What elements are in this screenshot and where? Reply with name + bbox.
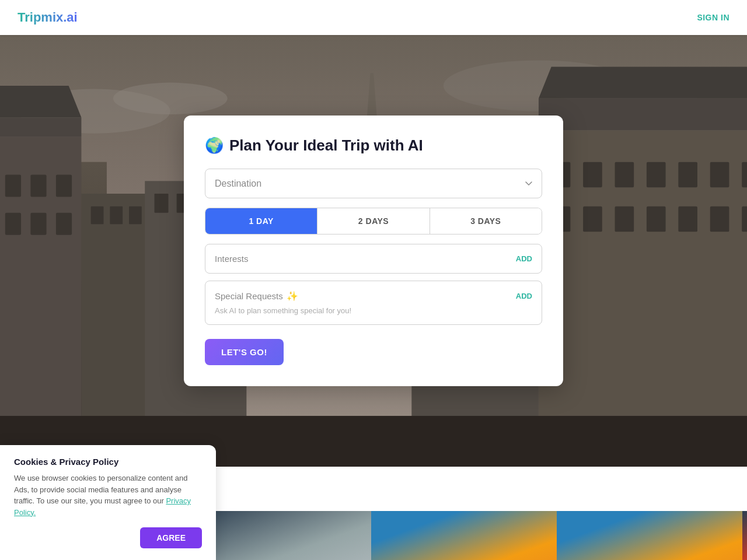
svg-rect-27	[678, 162, 697, 188]
card-seinfeld[interactable]: Seinfeld-inspir...	[742, 511, 747, 560]
svg-rect-17	[5, 213, 21, 235]
svg-rect-43	[129, 206, 142, 224]
modal-title-text: Plan Your Ideal Trip with AI	[229, 136, 423, 155]
svg-rect-35	[710, 206, 729, 232]
svg-rect-15	[56, 174, 72, 197]
destination-select[interactable]: Destination	[205, 169, 542, 198]
special-requests-header: Special Requests ✨ ADD	[215, 290, 532, 302]
svg-rect-33	[647, 206, 666, 232]
globe-emoji: 🌍	[205, 136, 224, 155]
card-inception[interactable]: Inception-inspired	[371, 511, 557, 560]
special-requests-label: Special Requests	[215, 291, 283, 301]
sign-in-button[interactable]: SIGN IN	[697, 13, 729, 22]
interests-label: Interests	[215, 254, 249, 264]
svg-marker-38	[539, 66, 747, 98]
svg-rect-34	[678, 206, 697, 232]
hero-section: 🌍 Plan Your Ideal Trip with AI Destinati…	[0, 35, 747, 467]
svg-rect-28	[710, 162, 729, 188]
interests-add-button[interactable]: ADD	[516, 254, 532, 263]
tab-3-days[interactable]: 3 DAYS	[430, 208, 542, 234]
cookie-banner: Cookies & Privacy Policy We use browser …	[0, 445, 216, 560]
svg-rect-25	[615, 162, 634, 188]
sparkle-icon: ✨	[287, 290, 298, 302]
svg-marker-21	[0, 86, 81, 117]
special-requests-add-button[interactable]: ADD	[516, 292, 532, 300]
svg-marker-37	[539, 99, 747, 130]
svg-rect-18	[30, 213, 46, 235]
svg-rect-41	[91, 206, 104, 224]
cookie-text-main: We use browser cookies to personalize co…	[14, 474, 187, 505]
svg-rect-24	[583, 162, 602, 188]
cookie-text: We use browser cookies to personalize co…	[14, 473, 202, 518]
svg-marker-20	[0, 117, 81, 136]
special-requests-subtitle: Ask AI to plan something special for you…	[215, 306, 532, 315]
svg-rect-44	[155, 194, 169, 213]
lets-go-button[interactable]: LET'S GO!	[205, 339, 284, 365]
tab-2-days[interactable]: 2 DAYS	[317, 208, 430, 234]
modal-title: 🌍 Plan Your Ideal Trip with AI	[205, 136, 542, 155]
svg-rect-42	[110, 206, 123, 224]
day-tabs: 1 DAY 2 DAYS 3 DAYS	[205, 208, 542, 235]
svg-rect-31	[583, 206, 602, 232]
special-requests-box: Special Requests ✨ ADD Ask AI to plan so…	[205, 281, 542, 325]
svg-rect-14	[30, 174, 46, 197]
svg-rect-36	[742, 206, 747, 232]
logo[interactable]: Tripmix.ai	[18, 10, 78, 25]
svg-point-2	[113, 83, 228, 114]
svg-rect-13	[5, 174, 21, 197]
trip-planner-modal: 🌍 Plan Your Ideal Trip with AI Destinati…	[184, 116, 563, 386]
svg-rect-26	[647, 162, 666, 188]
agree-button[interactable]: AGREE	[140, 527, 202, 548]
interests-box[interactable]: Interests ADD	[205, 244, 542, 274]
card-gladiator[interactable]: Gladiator's Rome	[557, 511, 742, 560]
header: Tripmix.ai SIGN IN	[0, 0, 747, 35]
svg-rect-32	[615, 206, 634, 232]
svg-rect-29	[742, 162, 747, 188]
svg-rect-19	[56, 213, 72, 235]
cookie-title: Cookies & Privacy Policy	[14, 457, 202, 467]
tab-1-day[interactable]: 1 DAY	[205, 208, 317, 234]
special-requests-title: Special Requests ✨	[215, 290, 298, 302]
